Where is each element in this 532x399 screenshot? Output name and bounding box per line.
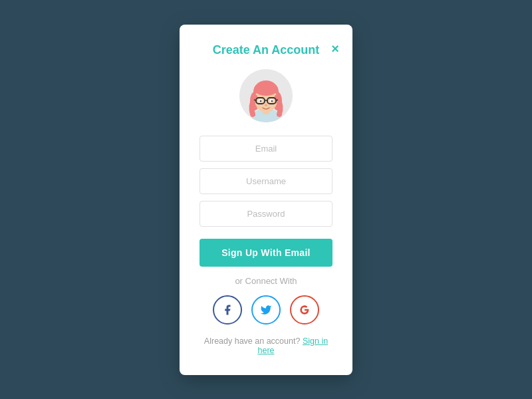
social-buttons xyxy=(200,295,332,325)
email-field-group xyxy=(200,136,332,162)
avatar-image xyxy=(239,69,293,122)
svg-point-18 xyxy=(265,104,267,106)
svg-line-13 xyxy=(276,100,278,100)
or-connect-label: or Connect With xyxy=(200,276,332,286)
google-button[interactable] xyxy=(290,295,319,325)
signin-text: Already have an account? Sign in here xyxy=(200,336,332,355)
email-input[interactable] xyxy=(200,136,332,162)
username-field-group xyxy=(200,168,332,194)
modal-header: Create An Account × xyxy=(200,43,332,57)
avatar xyxy=(239,69,293,122)
avatar-container xyxy=(200,69,332,122)
username-input[interactable] xyxy=(200,168,332,194)
signup-button[interactable]: Sign Up With Email xyxy=(200,239,332,267)
svg-point-16 xyxy=(260,100,262,102)
svg-point-17 xyxy=(271,100,273,102)
create-account-modal: Create An Account × xyxy=(180,25,352,375)
facebook-button[interactable] xyxy=(213,295,242,325)
svg-point-8 xyxy=(254,82,278,96)
svg-line-12 xyxy=(254,100,256,100)
modal-title: Create An Account xyxy=(213,43,320,57)
password-input[interactable] xyxy=(200,201,332,227)
twitter-button[interactable] xyxy=(251,295,281,325)
close-button[interactable]: × xyxy=(331,42,339,55)
password-field-group xyxy=(200,201,332,227)
